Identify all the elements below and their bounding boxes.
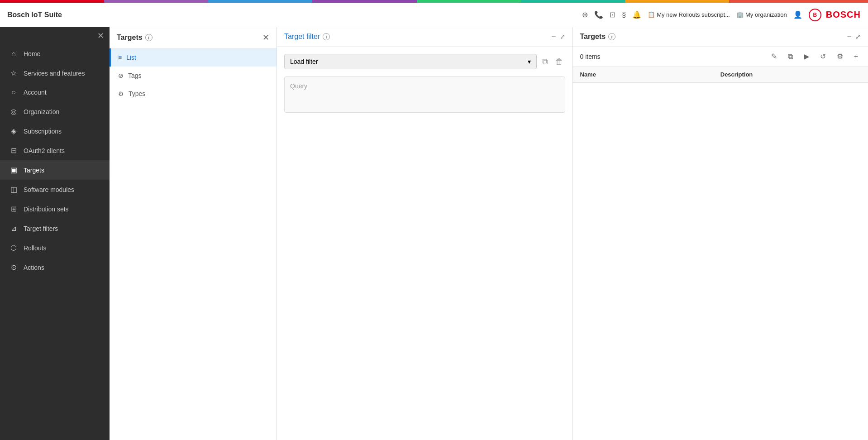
sidebar-item-label: Account xyxy=(24,89,47,96)
targets-result-toolbar: 0 items ✎ ⧉ ▶ ↺ ⚙ + xyxy=(573,47,868,67)
sidebar-item-oauth2-clients[interactable]: ⊟ OAuth2 clients xyxy=(0,141,110,160)
targets-result-minimize-button[interactable]: − xyxy=(847,33,852,41)
brand-logo: B BOSCH xyxy=(809,9,861,21)
top-header: Bosch IoT Suite ⊕ 📞 ⊡ § 🔔 📋 My new Rollo… xyxy=(0,3,868,27)
sidebar-item-subscriptions[interactable]: ◈ Subscriptions xyxy=(0,121,110,141)
load-filter-dropdown[interactable]: Load filter ▾ xyxy=(284,54,537,69)
targets-panel-close-button[interactable]: ✕ xyxy=(262,33,269,43)
sidebar-item-organization[interactable]: ◎ Organization xyxy=(0,102,110,121)
play-button[interactable]: ▶ xyxy=(801,50,812,62)
targets-table: Name Description xyxy=(573,67,868,440)
sidebar-item-target-filters[interactable]: ⊿ Target filters xyxy=(0,219,110,238)
targets-result-maximize-button[interactable]: ⤢ xyxy=(855,33,861,40)
edit-button[interactable]: ✎ xyxy=(768,50,780,62)
target-filters-icon: ⊿ xyxy=(9,224,18,233)
sub-nav-tags-label: Tags xyxy=(128,72,142,79)
subscription-selector[interactable]: 📋 My new Rollouts subscript... xyxy=(648,11,730,18)
dropdown-chevron-icon: ▾ xyxy=(528,58,531,65)
sidebar-item-actions[interactable]: ⊙ Actions xyxy=(0,258,110,277)
targets-list-panel: Targets i ✕ ≡ List ⊘ Tags xyxy=(110,27,277,440)
sidebar-item-label: Targets xyxy=(24,167,44,174)
sidebar-item-services-and-features[interactable]: ☆ Services and features xyxy=(0,63,110,83)
user-icon[interactable]: 👤 xyxy=(793,10,802,19)
sidebar-item-home[interactable]: ⌂ Home xyxy=(0,44,110,63)
sidebar-item-rollouts[interactable]: ⬡ Rollouts xyxy=(0,238,110,258)
target-filter-panel: Target filter i − ⤢ Load filter ▾ ⧉ xyxy=(277,27,573,440)
home-icon: ⌂ xyxy=(9,50,18,58)
targets-icon: ▣ xyxy=(9,166,18,174)
organization-selector[interactable]: 🏢 My organization xyxy=(736,11,787,18)
notifications-icon[interactable]: 🔔 xyxy=(632,10,641,19)
table-header: Name Description xyxy=(573,67,868,83)
services-icon: ☆ xyxy=(9,69,18,77)
actions-icon: ⊙ xyxy=(9,263,18,272)
phone-icon[interactable]: 📞 xyxy=(594,10,603,19)
sidebar-item-distribution-sets[interactable]: ⊞ Distribution sets xyxy=(0,199,110,219)
sidebar-item-label: OAuth2 clients xyxy=(24,147,65,154)
load-filter-row: Load filter ▾ ⧉ 🗑 xyxy=(284,54,565,69)
account-icon: ○ xyxy=(9,88,18,96)
sidebar-item-label: Home xyxy=(24,50,40,57)
rollouts-icon: ⬡ xyxy=(9,244,18,252)
table-col-name: Name xyxy=(580,71,720,78)
target-filter-info-icon[interactable]: i xyxy=(323,33,330,40)
content-area: ✕ ⌂ Home ☆ Services and features ○ Accou… xyxy=(0,27,868,440)
sidebar-item-label: Organization xyxy=(24,108,59,115)
items-count: 0 items xyxy=(580,53,763,60)
targets-result-info-icon[interactable]: i xyxy=(608,33,615,40)
subscription-text: My new Rollouts subscript... xyxy=(657,11,730,18)
sidebar: ✕ ⌂ Home ☆ Services and features ○ Accou… xyxy=(0,27,110,440)
targets-panel-controls: ✕ xyxy=(262,33,269,43)
query-label: Query xyxy=(290,82,307,90)
brand-circle-icon: B xyxy=(809,9,821,21)
billing-icon[interactable]: § xyxy=(622,11,626,19)
share-icon[interactable]: ⊕ xyxy=(582,10,588,19)
sidebar-item-targets[interactable]: ▣ Targets xyxy=(0,160,110,180)
target-filter-title: Target filter i xyxy=(284,33,330,41)
list-icon: ≡ xyxy=(118,54,122,61)
software-modules-icon: ◫ xyxy=(9,185,18,194)
sub-nav-list-label: List xyxy=(126,54,136,61)
app-title: Bosch IoT Suite xyxy=(7,11,62,19)
sub-nav-tags[interactable]: ⊘ Tags xyxy=(110,67,277,85)
filter-delete-button[interactable]: 🗑 xyxy=(553,55,565,68)
target-filter-maximize-button[interactable]: ⤢ xyxy=(560,33,565,40)
table-empty-state xyxy=(573,83,868,120)
targets-panel-title: Targets i xyxy=(117,33,153,42)
org-icon: 🏢 xyxy=(736,11,744,18)
target-filter-minimize-button[interactable]: − xyxy=(551,33,556,41)
filter-copy-button[interactable]: ⧉ xyxy=(540,55,550,68)
filter-content: Load filter ▾ ⧉ 🗑 Query xyxy=(277,47,572,120)
sidebar-item-label: Distribution sets xyxy=(24,206,69,213)
sidebar-close-button[interactable]: ✕ xyxy=(97,31,104,41)
sidebar-item-label: Actions xyxy=(24,264,44,271)
sidebar-item-label: Software modules xyxy=(24,186,74,193)
copy-button[interactable]: ⧉ xyxy=(785,51,796,62)
targets-panel-header: Targets i ✕ xyxy=(110,27,277,48)
sub-nav-list[interactable]: ≡ List xyxy=(110,48,277,67)
main-panels: Targets i ✕ ≡ List ⊘ Tags xyxy=(110,27,868,440)
oauth2-icon: ⊟ xyxy=(9,146,18,155)
tags-icon: ⊘ xyxy=(118,72,124,79)
sub-nav-types[interactable]: ⚙ Types xyxy=(110,85,277,103)
targets-result-title: Targets i xyxy=(580,33,616,41)
refresh-button[interactable]: ↺ xyxy=(817,50,829,62)
targets-sub-nav: ≡ List ⊘ Tags ⚙ Types xyxy=(110,48,277,103)
header-right: ⊕ 📞 ⊡ § 🔔 📋 My new Rollouts subscript...… xyxy=(582,9,861,21)
subscription-icon: 📋 xyxy=(648,11,655,18)
sidebar-item-software-modules[interactable]: ◫ Software modules xyxy=(0,180,110,199)
sidebar-item-label: Subscriptions xyxy=(24,128,62,135)
load-filter-text: Load filter xyxy=(290,58,318,65)
sidebar-item-account[interactable]: ○ Account xyxy=(0,83,110,102)
query-area[interactable]: Query xyxy=(284,77,565,113)
sidebar-item-label: Services and features xyxy=(24,70,85,77)
docs-icon[interactable]: ⊡ xyxy=(610,10,615,19)
targets-info-icon[interactable]: i xyxy=(145,34,153,41)
settings-button[interactable]: ⚙ xyxy=(834,50,846,62)
header-left: Bosch IoT Suite xyxy=(7,11,62,19)
add-button[interactable]: + xyxy=(851,51,861,62)
target-filter-header: Target filter i − ⤢ xyxy=(277,27,572,47)
sidebar-item-label: Rollouts xyxy=(24,244,47,252)
targets-result-header: Targets i − ⤢ xyxy=(573,27,868,47)
org-text: My organization xyxy=(745,11,787,18)
